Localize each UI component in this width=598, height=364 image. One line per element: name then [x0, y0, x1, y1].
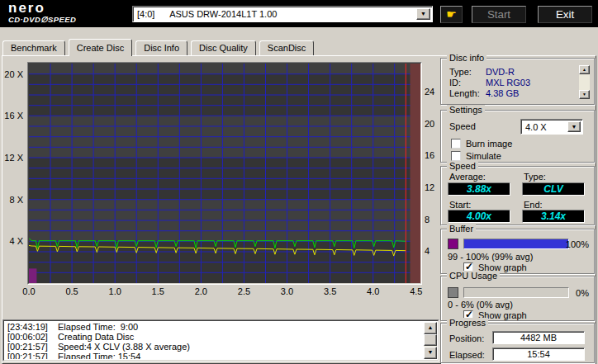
disc-type-label: Type:	[449, 67, 486, 77]
tick-label: 8 X	[9, 195, 23, 205]
tick-label: 4	[425, 246, 430, 256]
buffer-range: 99 - 100% (99% avg)	[448, 252, 533, 262]
group-title: Disc info	[447, 53, 486, 63]
position-label: Position:	[449, 333, 484, 343]
tick-label: 1.0	[109, 286, 121, 296]
log-line[interactable]: [23:43:19]Elapsed Time: 9:00	[5, 322, 424, 332]
tick-label: 4.0	[367, 286, 379, 296]
disc-id-value: MXL RG03	[486, 78, 530, 87]
buffer-group: Buffer 100% 99 - 100% (99% avg) Show gra…	[440, 229, 595, 274]
tab-scandisc[interactable]: ScanDisc	[259, 40, 314, 55]
scroll-up-button[interactable]	[424, 322, 437, 334]
end-speed-display: 3.14x	[522, 210, 585, 223]
speed-group: Speed Average: Type: 3.88x CLV Start: En…	[440, 166, 595, 225]
progress-group: Progress Position: 4482 MB Elapsed: 15:5…	[440, 323, 595, 363]
nero-cd-dvd-speed-window: nero CD·DVD∅SPEED [4:0] ASUS DRW-2014L1T…	[0, 0, 598, 364]
tick-label: 20	[425, 119, 434, 129]
drive-select[interactable]: [4:0] ASUS DRW-2014L1T 1.00	[132, 6, 433, 22]
tick-label: 16 X	[4, 111, 23, 121]
log-message: Elapsed Time: 15:54	[58, 352, 140, 359]
group-title: Settings	[447, 105, 485, 115]
speed-select[interactable]: 4.0 X	[520, 119, 583, 135]
tick-label: 4 X	[9, 236, 23, 246]
buffer-percent: 100%	[566, 239, 589, 249]
simulate-label: Simulate	[466, 151, 501, 161]
type-label: Type:	[524, 172, 546, 182]
drive-select-value: [4:0] ASUS DRW-2014L1T 1.00	[137, 9, 277, 19]
tab-create-disc[interactable]: Create Disc	[69, 39, 132, 56]
tick-label: 16	[425, 150, 434, 160]
scroll-down-button[interactable]	[579, 90, 590, 99]
tick-label: 3.0	[281, 286, 293, 296]
group-title: Progress	[447, 318, 488, 328]
log-listbox[interactable]: [23:43:19]Elapsed Time: 9:00 [00:06:02]C…	[2, 319, 439, 362]
burn-image-checkbox[interactable]	[451, 139, 461, 149]
buffer-swatch	[448, 239, 458, 249]
hand-icon	[446, 8, 457, 21]
cpu-range: 0 - 6% (0% avg)	[448, 300, 513, 310]
tab-disc-info[interactable]: Disc Info	[135, 40, 187, 55]
chevron-down-icon[interactable]	[567, 121, 581, 132]
start-label: Start:	[449, 200, 471, 210]
options-button[interactable]	[440, 6, 463, 23]
scroll-up-button[interactable]	[579, 65, 590, 74]
exit-button[interactable]: Exit	[538, 6, 592, 23]
disc-info-row: ID:MXL RG03	[449, 78, 530, 87]
logo-subtext: CD·DVD∅SPEED	[8, 15, 76, 24]
disc-length-label: Length:	[449, 88, 486, 98]
scroll-down-button[interactable]	[424, 347, 437, 359]
log-line[interactable]: [00:21:57]Speed:4 X CLV (3.88 X average)	[5, 342, 424, 352]
tab-disc-quality[interactable]: Disc Quality	[191, 40, 256, 55]
start-speed-display: 4.00x	[448, 210, 510, 223]
tick-label: 3.5	[324, 286, 336, 296]
tab-bar: Benchmark Create Disc Disc Info Disc Qua…	[2, 40, 315, 57]
log-lines: [23:43:19]Elapsed Time: 9:00 [00:06:02]C…	[5, 322, 424, 359]
settings-group: Settings Speed 4.0 X Burn image Simulate	[440, 110, 595, 163]
logo-text: nero	[8, 2, 76, 15]
simulate-checkbox[interactable]	[451, 151, 461, 161]
scrollbar-thumb[interactable]	[424, 334, 437, 346]
cpu-bar	[463, 287, 569, 298]
tick-label: 0.0	[22, 286, 35, 296]
x-axis: 0.00.51.01.52.02.53.03.54.04.5	[29, 286, 420, 296]
tick-label: 2.0	[195, 286, 207, 296]
log-time: [00:06:02]	[5, 332, 58, 342]
tick-label: 0.5	[65, 286, 78, 296]
tick-label: 2.5	[238, 286, 250, 296]
position-value: 4482 MB	[492, 331, 585, 344]
buffer-bar	[463, 239, 569, 249]
tick-label: 8	[425, 215, 430, 225]
tick-label: 4.5	[410, 286, 422, 296]
tick-label: 12	[425, 182, 434, 192]
log-scrollbar[interactable]	[424, 322, 437, 359]
log-message: Elapsed Time: 9:00	[58, 322, 138, 332]
log-message: Creating Data Disc	[58, 332, 134, 342]
log-line[interactable]: [00:06:02]Creating Data Disc	[5, 332, 424, 342]
speed-chart	[27, 62, 422, 285]
tick-label: 24	[425, 87, 434, 97]
burn-image-label: Burn image	[466, 139, 512, 149]
elapsed-value: 15:54	[492, 347, 585, 361]
cpu-swatch	[448, 287, 458, 298]
write-type-display: CLV	[522, 182, 585, 196]
average-speed-display: 3.88x	[448, 182, 510, 196]
chart-plot	[28, 63, 421, 284]
tick-label: 1.5	[152, 286, 164, 296]
chevron-down-icon[interactable]	[416, 8, 430, 20]
start-button[interactable]: Start	[472, 6, 526, 23]
y-axis-left: 20 X16 X12 X8 X4 X	[0, 64, 25, 283]
disc-info-group: Disc info Type:DVD-R ID:MXL RG03 Length:…	[440, 58, 595, 105]
nero-logo: nero CD·DVD∅SPEED	[8, 2, 76, 24]
disc-length-value: 4.38 GB	[486, 88, 519, 98]
log-inner: [23:43:19]Elapsed Time: 9:00 [00:06:02]C…	[3, 320, 439, 361]
tab-benchmark[interactable]: Benchmark	[2, 40, 65, 55]
average-label: Average:	[449, 172, 486, 182]
end-label: End:	[524, 200, 543, 210]
elapsed-label: Elapsed:	[449, 350, 485, 360]
disc-info-scrollbar[interactable]	[579, 65, 590, 99]
group-title: CPU Usage	[447, 271, 500, 281]
disc-id-label: ID:	[449, 78, 486, 87]
log-line[interactable]: [00:21:57]Elapsed Time: 15:54	[5, 352, 424, 359]
cpu-percent: 0%	[576, 288, 589, 298]
buffer-bar-fill	[464, 239, 568, 248]
